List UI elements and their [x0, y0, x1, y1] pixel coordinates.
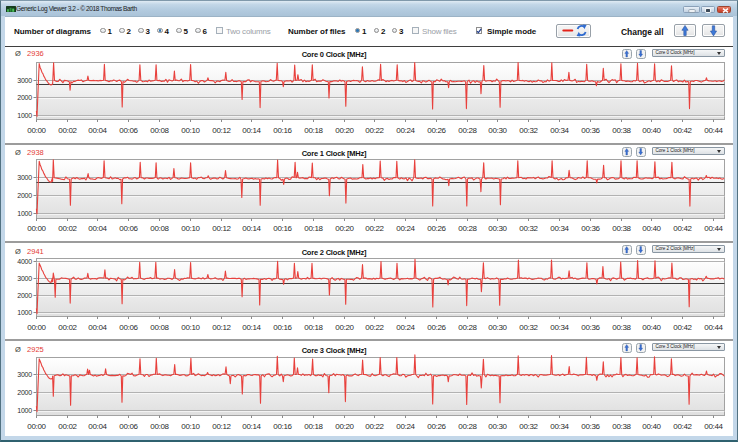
svg-text:2000: 2000 — [17, 94, 32, 101]
svg-text:00:06: 00:06 — [119, 323, 138, 332]
svg-text:00:26: 00:26 — [427, 422, 446, 431]
svg-text:00:00: 00:00 — [27, 323, 46, 332]
svg-text:00:16: 00:16 — [273, 126, 292, 135]
svg-text:00:14: 00:14 — [242, 224, 261, 233]
svg-text:2000: 2000 — [17, 292, 32, 299]
svg-text:00:32: 00:32 — [519, 422, 538, 431]
svg-text:00:36: 00:36 — [581, 224, 600, 233]
svg-text:1000: 1000 — [17, 309, 32, 316]
svg-text:00:20: 00:20 — [335, 422, 354, 431]
svg-text:00:36: 00:36 — [581, 422, 600, 431]
svg-text:00:06: 00:06 — [119, 126, 138, 135]
svg-text:00:12: 00:12 — [212, 323, 231, 332]
svg-text:00:18: 00:18 — [304, 323, 323, 332]
svg-text:00:40: 00:40 — [642, 126, 661, 135]
svg-text:1000: 1000 — [17, 112, 32, 119]
svg-text:00:30: 00:30 — [488, 126, 507, 135]
svg-text:00:00: 00:00 — [27, 224, 46, 233]
svg-text:00:10: 00:10 — [181, 422, 200, 431]
svg-text:00:10: 00:10 — [181, 323, 200, 332]
svg-text:00:32: 00:32 — [519, 323, 538, 332]
svg-text:3000: 3000 — [17, 371, 32, 378]
svg-text:00:44: 00:44 — [704, 126, 723, 135]
svg-text:00:44: 00:44 — [704, 224, 723, 233]
svg-text:00:28: 00:28 — [458, 422, 477, 431]
svg-text:1000: 1000 — [17, 210, 32, 217]
svg-text:00:36: 00:36 — [581, 323, 600, 332]
svg-text:00:30: 00:30 — [488, 323, 507, 332]
svg-text:00:06: 00:06 — [119, 224, 138, 233]
svg-text:00:08: 00:08 — [150, 126, 169, 135]
svg-text:00:22: 00:22 — [365, 126, 384, 135]
svg-text:00:28: 00:28 — [458, 323, 477, 332]
svg-text:00:16: 00:16 — [273, 422, 292, 431]
svg-text:00:24: 00:24 — [396, 323, 415, 332]
svg-text:00:00: 00:00 — [27, 126, 46, 135]
svg-text:00:34: 00:34 — [550, 323, 569, 332]
svg-text:00:02: 00:02 — [58, 126, 77, 135]
svg-text:00:14: 00:14 — [242, 422, 261, 431]
svg-text:2000: 2000 — [17, 389, 32, 396]
svg-text:00:40: 00:40 — [642, 422, 661, 431]
svg-text:00:10: 00:10 — [181, 126, 200, 135]
svg-text:00:14: 00:14 — [242, 323, 261, 332]
svg-text:00:16: 00:16 — [273, 224, 292, 233]
svg-text:00:02: 00:02 — [58, 323, 77, 332]
svg-text:00:40: 00:40 — [642, 323, 661, 332]
svg-text:00:22: 00:22 — [365, 422, 384, 431]
svg-text:3000: 3000 — [17, 77, 32, 84]
svg-text:00:18: 00:18 — [304, 126, 323, 135]
svg-text:00:38: 00:38 — [612, 224, 631, 233]
svg-text:00:20: 00:20 — [335, 126, 354, 135]
svg-text:00:00: 00:00 — [27, 422, 46, 431]
svg-text:00:30: 00:30 — [488, 422, 507, 431]
svg-text:00:04: 00:04 — [88, 323, 107, 332]
svg-text:4000: 4000 — [17, 258, 32, 265]
svg-text:00:06: 00:06 — [119, 422, 138, 431]
svg-text:00:04: 00:04 — [88, 422, 107, 431]
svg-text:00:32: 00:32 — [519, 126, 538, 135]
svg-text:00:16: 00:16 — [273, 323, 292, 332]
svg-text:00:44: 00:44 — [704, 422, 723, 431]
svg-text:00:34: 00:34 — [550, 422, 569, 431]
svg-text:00:04: 00:04 — [88, 224, 107, 233]
svg-text:00:18: 00:18 — [304, 224, 323, 233]
svg-text:00:08: 00:08 — [150, 422, 169, 431]
svg-text:00:02: 00:02 — [58, 422, 77, 431]
svg-text:00:18: 00:18 — [304, 422, 323, 431]
svg-text:00:04: 00:04 — [88, 126, 107, 135]
svg-text:00:20: 00:20 — [335, 323, 354, 332]
svg-text:00:24: 00:24 — [396, 422, 415, 431]
svg-text:00:38: 00:38 — [612, 422, 631, 431]
svg-text:00:12: 00:12 — [212, 126, 231, 135]
svg-text:00:22: 00:22 — [365, 224, 384, 233]
svg-text:00:24: 00:24 — [396, 224, 415, 233]
svg-text:00:42: 00:42 — [673, 224, 692, 233]
svg-text:00:32: 00:32 — [519, 224, 538, 233]
svg-text:00:34: 00:34 — [550, 224, 569, 233]
svg-text:00:44: 00:44 — [704, 323, 723, 332]
svg-text:00:12: 00:12 — [212, 224, 231, 233]
svg-text:00:26: 00:26 — [427, 323, 446, 332]
svg-text:1000: 1000 — [17, 407, 32, 414]
svg-text:00:28: 00:28 — [458, 126, 477, 135]
svg-text:00:20: 00:20 — [335, 224, 354, 233]
svg-text:00:36: 00:36 — [581, 126, 600, 135]
svg-text:00:26: 00:26 — [427, 224, 446, 233]
svg-text:00:12: 00:12 — [212, 422, 231, 431]
svg-text:00:40: 00:40 — [642, 224, 661, 233]
svg-text:3000: 3000 — [17, 275, 32, 282]
svg-text:00:08: 00:08 — [150, 224, 169, 233]
svg-text:00:38: 00:38 — [612, 126, 631, 135]
svg-text:00:34: 00:34 — [550, 126, 569, 135]
svg-text:00:30: 00:30 — [488, 224, 507, 233]
svg-text:00:24: 00:24 — [396, 126, 415, 135]
svg-text:3000: 3000 — [17, 174, 32, 181]
svg-text:00:42: 00:42 — [673, 323, 692, 332]
svg-text:00:10: 00:10 — [181, 224, 200, 233]
svg-text:00:38: 00:38 — [612, 323, 631, 332]
svg-text:00:02: 00:02 — [58, 224, 77, 233]
svg-text:00:42: 00:42 — [673, 422, 692, 431]
svg-text:00:14: 00:14 — [242, 126, 261, 135]
svg-text:00:22: 00:22 — [365, 323, 384, 332]
